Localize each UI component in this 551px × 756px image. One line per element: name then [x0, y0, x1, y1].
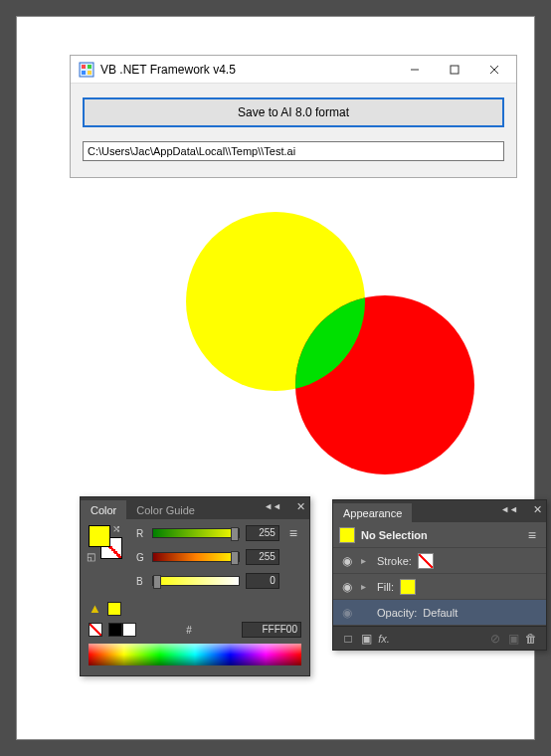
- color-panel-tabs: Color Color Guide ◄◄ ✕: [81, 497, 309, 519]
- black-swatch[interactable]: [108, 623, 122, 637]
- close-panel-icon[interactable]: ✕: [533, 503, 542, 516]
- visibility-icon[interactable]: ◉: [339, 606, 355, 620]
- stroke-label: Stroke:: [377, 555, 412, 567]
- appearance-row-opacity[interactable]: ◉ ▸ Opacity: Default: [333, 600, 546, 626]
- collapse-icon[interactable]: ◄◄: [500, 504, 518, 514]
- b-value[interactable]: 0: [246, 573, 279, 589]
- collapse-icon[interactable]: ◄◄: [264, 501, 281, 511]
- hex-label: #: [186, 625, 192, 636]
- g-slider[interactable]: [152, 552, 240, 562]
- appearance-row-fill[interactable]: ◉ ▸ Fill:: [333, 574, 546, 600]
- r-slider[interactable]: [152, 528, 240, 538]
- gamut-warning-icon[interactable]: ▲: [89, 601, 101, 616]
- color-spectrum[interactable]: [89, 644, 301, 665]
- g-label: G: [136, 552, 146, 563]
- appearance-panel: Appearance ◄◄ ✕ No Selection ≡ ◉ ▸ Strok…: [332, 499, 547, 651]
- appearance-panel-tabs: Appearance ◄◄ ✕: [333, 500, 546, 522]
- new-art-icon[interactable]: □: [339, 632, 357, 646]
- r-value[interactable]: 255: [246, 525, 279, 541]
- swap-fill-stroke-icon[interactable]: ⤭: [112, 523, 120, 534]
- clear-icon[interactable]: ⊘: [486, 632, 504, 646]
- b-slider[interactable]: [152, 576, 240, 586]
- gamut-swatch[interactable]: [107, 602, 121, 616]
- none-swatch[interactable]: [89, 623, 102, 637]
- color-panel: Color Color Guide ◄◄ ✕ ⤭ ◱ R 255: [80, 496, 310, 676]
- layer-icon[interactable]: ▣: [357, 632, 375, 646]
- fill-swatch[interactable]: [400, 579, 416, 595]
- opacity-label: Opacity:: [377, 607, 417, 619]
- tab-appearance[interactable]: Appearance: [333, 503, 412, 522]
- close-panel-icon[interactable]: ✕: [296, 500, 305, 513]
- default-fill-stroke-icon[interactable]: ◱: [87, 551, 95, 562]
- r-label: R: [136, 528, 146, 539]
- selection-swatch: [339, 527, 355, 543]
- stroke-swatch[interactable]: [418, 553, 434, 569]
- appearance-row-stroke[interactable]: ◉ ▸ Stroke:: [333, 548, 546, 574]
- tab-color[interactable]: Color: [81, 500, 126, 519]
- document-canvas: VB .NET Framework v4.5 Save to AI 8.0 fo…: [16, 16, 535, 740]
- expand-icon[interactable]: ▸: [361, 581, 371, 592]
- g-value[interactable]: 255: [246, 549, 279, 565]
- duplicate-icon[interactable]: ▣: [504, 632, 522, 646]
- fill-stroke-swatch[interactable]: ⤭ ◱: [89, 525, 124, 561]
- expand-icon[interactable]: ▸: [361, 555, 371, 566]
- delete-icon[interactable]: 🗑: [522, 632, 540, 646]
- b-label: B: [136, 576, 146, 587]
- no-selection-label: No Selection: [361, 529, 428, 541]
- hex-input[interactable]: FFFF00: [242, 622, 301, 638]
- fill-label: Fill:: [377, 581, 394, 593]
- panel-menu-icon[interactable]: ≡: [285, 525, 301, 541]
- fill-swatch[interactable]: [89, 525, 110, 547]
- appearance-footer: □ ▣ fx. ⊘ ▣ 🗑: [333, 626, 546, 650]
- opacity-value: Default: [423, 607, 458, 619]
- panel-menu-icon[interactable]: ≡: [524, 527, 540, 543]
- visibility-icon[interactable]: ◉: [339, 580, 355, 594]
- white-swatch[interactable]: [122, 623, 136, 637]
- appearance-row-selection: No Selection ≡: [333, 522, 546, 548]
- visibility-icon[interactable]: ◉: [339, 554, 355, 568]
- fx-icon[interactable]: fx.: [375, 633, 393, 645]
- svg-point-10: [295, 295, 474, 474]
- tab-color-guide[interactable]: Color Guide: [126, 500, 205, 519]
